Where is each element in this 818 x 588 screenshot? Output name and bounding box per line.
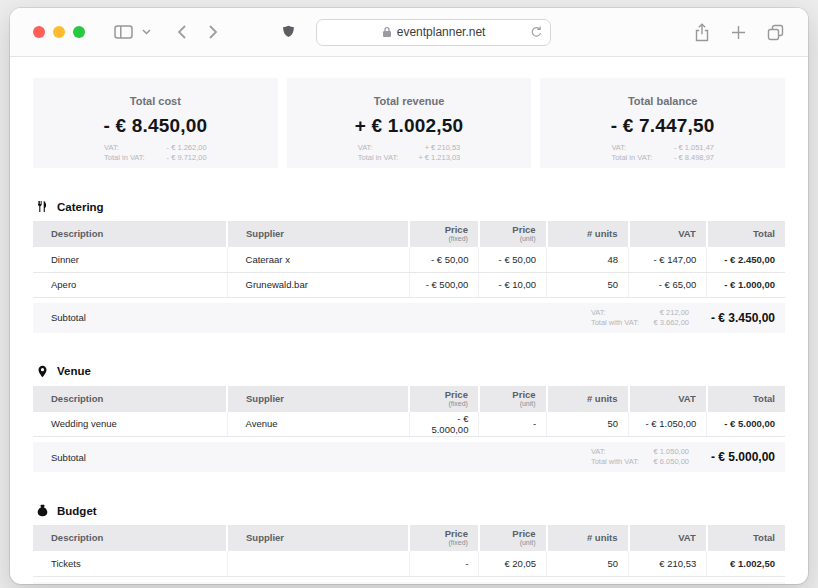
section-table: DescriptionSupplierPrice(fixed)Price(uni… <box>33 525 785 577</box>
column-header: Price(unit) <box>479 221 547 247</box>
tab-group-dropdown-button[interactable] <box>140 27 153 37</box>
table-header-row: DescriptionSupplierPrice(fixed)Price(uni… <box>33 525 785 551</box>
section-title: Budget <box>57 505 97 517</box>
table-cell[interactable]: Apero <box>33 272 227 297</box>
table-cell[interactable]: Cateraar x <box>227 247 409 272</box>
column-header: Supplier <box>227 386 409 412</box>
vat-value: € 1.050,00 <box>645 447 689 457</box>
table-cell[interactable]: € 20,05 <box>479 551 547 576</box>
minimize-window-button[interactable] <box>53 26 65 38</box>
vat-label: VAT: <box>591 447 639 457</box>
zoom-window-button[interactable] <box>73 26 85 38</box>
section-header: Catering <box>33 200 785 213</box>
catering-icon <box>36 200 49 213</box>
tab-overview-button[interactable] <box>765 22 786 43</box>
browser-window: eventplanner.net Total cost - € 8.450,00 <box>10 8 808 584</box>
total-in-vat-value: - € 8.498,97 <box>656 153 714 163</box>
budget-section: Catering DescriptionSupplierPrice(fixed)… <box>33 200 785 333</box>
total-with-vat-value: € 3.662,00 <box>645 318 689 328</box>
budget-section: Budget DescriptionSupplierPrice(fixed)Pr… <box>33 504 785 584</box>
table-row[interactable]: AperoGrunewald.bar- € 500,00- € 10,0050-… <box>33 272 785 297</box>
table-cell[interactable]: Tickets <box>33 551 227 576</box>
section-title: Venue <box>57 365 91 377</box>
section-table: DescriptionSupplierPrice(fixed)Price(uni… <box>33 386 785 438</box>
table-cell[interactable]: - € 65,00 <box>629 272 707 297</box>
address-bar[interactable]: eventplanner.net <box>316 19 551 46</box>
total-in-vat-value: + € 1.213,03 <box>402 153 460 163</box>
table-row[interactable]: Tickets-€ 20,0550€ 210,53€ 1.002,50 <box>33 551 785 576</box>
table-cell[interactable]: - € 1.000,00 <box>707 272 785 297</box>
share-icon <box>694 23 710 42</box>
table-row[interactable]: Wedding venueAvenue- € 5.000,00-50- € 1.… <box>33 412 785 437</box>
table-cell[interactable]: - € 500,00 <box>409 272 479 297</box>
table-cell[interactable]: Avenue <box>227 412 409 437</box>
table-cell[interactable]: - € 10,00 <box>479 272 547 297</box>
card-amount: - € 8.450,00 <box>33 115 278 137</box>
budget-icon <box>36 504 49 517</box>
lock-icon <box>382 26 392 38</box>
share-button[interactable] <box>692 21 712 44</box>
table-cell[interactable]: Wedding venue <box>33 412 227 437</box>
new-tab-button[interactable] <box>729 23 748 42</box>
section-title: Catering <box>57 201 104 213</box>
column-header: Price(unit) <box>479 525 547 551</box>
back-button[interactable] <box>175 22 189 42</box>
column-header: # units <box>547 221 629 247</box>
reload-button[interactable] <box>530 25 543 39</box>
url-text: eventplanner.net <box>397 25 486 39</box>
section-header: Venue <box>33 365 785 378</box>
table-cell[interactable]: - € 50,00 <box>479 247 547 272</box>
table-cell[interactable] <box>227 551 409 576</box>
table-cell[interactable]: € 210,53 <box>629 551 707 576</box>
table-cell[interactable]: 50 <box>547 272 629 297</box>
column-header: # units <box>547 386 629 412</box>
table-cell[interactable]: - € 147,00 <box>629 247 707 272</box>
venue-icon <box>36 365 49 378</box>
column-header: # units <box>547 525 629 551</box>
column-header: Supplier <box>227 221 409 247</box>
total-in-vat-label: Total in VAT: <box>358 153 399 163</box>
table-cell[interactable]: - € 5.000,00 <box>707 412 785 437</box>
table-cell[interactable]: - <box>479 412 547 437</box>
table-cell[interactable]: € 1.002,50 <box>707 551 785 576</box>
forward-button[interactable] <box>206 22 220 42</box>
table-cell[interactable]: - € 2.450,00 <box>707 247 785 272</box>
vat-label: VAT: <box>358 143 399 153</box>
table-row[interactable]: DinnerCateraar x- € 50,00- € 50,0048- € … <box>33 247 785 272</box>
table-cell[interactable]: - € 5.000,00 <box>409 412 479 437</box>
table-cell[interactable]: - € 1.050,00 <box>629 412 707 437</box>
shield-icon <box>281 24 296 40</box>
table-cell[interactable]: 50 <box>547 551 629 576</box>
sidebar-toggle-button[interactable] <box>112 22 135 42</box>
subtotal-vat-block: VAT: € 1.050,00 Total with VAT: € 6.050,… <box>591 447 689 467</box>
budget-page: Total cost - € 8.450,00 VAT: - € 1.262,0… <box>10 57 808 584</box>
total-in-vat-label: Total in VAT: <box>104 153 145 163</box>
total-balance-card: Total balance - € 7.447,50 VAT: - € 1.05… <box>540 78 785 168</box>
total-with-vat-value: € 6.050,00 <box>645 457 689 467</box>
subtotal-row: Subtotal VAT: € 1.050,00 Total with VAT:… <box>33 442 785 472</box>
sections: Catering DescriptionSupplierPrice(fixed)… <box>33 200 785 584</box>
subtotal-vat-block: VAT: € 212,00 Total with VAT: € 3.662,00 <box>591 308 689 328</box>
close-window-button[interactable] <box>33 26 45 38</box>
table-cell[interactable]: 48 <box>547 247 629 272</box>
table-cell[interactable]: Grunewald.bar <box>227 272 409 297</box>
column-header: Supplier <box>227 525 409 551</box>
subtotal-label: Subtotal <box>51 452 86 463</box>
card-title: Total revenue <box>287 95 532 107</box>
vat-label: VAT: <box>591 308 639 318</box>
tabs-icon <box>767 24 784 41</box>
table-cell[interactable]: 50 <box>547 412 629 437</box>
privacy-report-button[interactable] <box>279 22 298 42</box>
card-title: Total cost <box>33 95 278 107</box>
column-header: VAT <box>629 386 707 412</box>
column-header: Total <box>707 386 785 412</box>
chevron-down-icon <box>142 29 151 35</box>
total-in-vat-label: Total in VAT: <box>611 153 652 163</box>
vat-label: VAT: <box>611 143 652 153</box>
sidebar-icon <box>114 24 133 40</box>
table-cell[interactable]: - <box>409 551 479 576</box>
table-header-row: DescriptionSupplierPrice(fixed)Price(uni… <box>33 221 785 247</box>
table-cell[interactable]: - € 50,00 <box>409 247 479 272</box>
chevron-left-icon <box>177 24 187 40</box>
table-cell[interactable]: Dinner <box>33 247 227 272</box>
